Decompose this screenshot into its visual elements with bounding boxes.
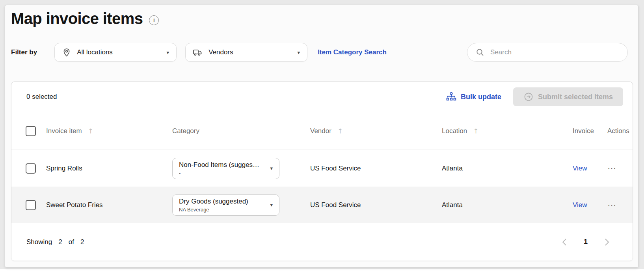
showing-label: Showing	[26, 238, 52, 246]
submit-selected-items-button[interactable]: Submit selected items	[513, 87, 623, 106]
column-header-category: Category	[172, 127, 310, 135]
current-page-number[interactable]: 1	[584, 238, 588, 246]
table-header-row: Invoice item ↑ Category Vendor ↑ Locatio…	[11, 112, 633, 150]
search-icon	[475, 48, 485, 57]
chevron-down-icon: ▾	[167, 50, 169, 56]
map-invoice-items-window: Map invoice items i Filter by All locati…	[5, 5, 638, 268]
category-value: Dry Goods (suggested)	[179, 198, 266, 206]
total-count: 2	[80, 238, 84, 246]
view-invoice-link[interactable]: View	[573, 165, 587, 172]
vendor-cell: US Food Service	[310, 201, 442, 209]
column-header-actions: Actions	[607, 127, 629, 135]
search-box	[467, 43, 628, 62]
page-header: Map invoice items i	[5, 5, 638, 27]
shown-count: 2	[58, 238, 62, 246]
select-all-checkbox[interactable]	[26, 126, 36, 136]
search-input[interactable]	[490, 48, 620, 57]
next-page-button[interactable]	[604, 238, 610, 246]
page-title: Map invoice items	[11, 10, 143, 27]
category-dropdown[interactable]: Dry Goods (suggested) NA Beverage ▾	[172, 194, 279, 216]
location-cell: Atlanta	[442, 201, 573, 209]
filter-by-label: Filter by	[11, 48, 37, 56]
sort-ascending-icon[interactable]: ↑	[88, 127, 93, 135]
category-subtext: NA Beverage	[179, 207, 266, 213]
column-header-invoice-item[interactable]: Invoice item ↑	[46, 127, 172, 135]
chevron-left-icon	[562, 238, 567, 246]
filter-bar: Filter by All locations ▾ Vendors ▾ Item…	[11, 43, 628, 62]
table-row: Sweet Potato Fries Dry Goods (suggested)…	[11, 187, 633, 223]
vendor-filter-value: Vendors	[208, 48, 233, 56]
bulk-update-button[interactable]: Bulk update	[446, 92, 501, 102]
column-header-invoice: Invoice	[573, 127, 607, 135]
truck-icon	[193, 48, 203, 57]
invoice-items-card: 0 selected Bulk update	[11, 81, 633, 261]
chevron-down-icon: ▾	[298, 50, 300, 56]
location-pin-icon	[62, 48, 71, 57]
selected-count: 0 selected	[26, 93, 57, 101]
bulk-update-label: Bulk update	[461, 93, 501, 101]
vendor-filter-dropdown[interactable]: Vendors ▾	[185, 43, 307, 62]
row-checkbox[interactable]	[26, 163, 36, 174]
submit-arrow-icon	[523, 92, 534, 102]
sort-ascending-icon[interactable]: ↑	[473, 127, 478, 135]
view-invoice-link[interactable]: View	[573, 201, 587, 209]
row-actions-menu-icon[interactable]: ⋯	[607, 163, 617, 173]
row-checkbox[interactable]	[26, 200, 36, 210]
category-subtext: -	[179, 170, 266, 176]
previous-page-button[interactable]	[562, 238, 567, 246]
category-value: Non-Food Items (sugges…	[179, 161, 266, 169]
bulk-update-hierarchy-icon	[446, 92, 456, 102]
category-dropdown[interactable]: Non-Food Items (sugges… - ▾	[172, 158, 279, 179]
chevron-right-icon	[604, 238, 610, 246]
chevron-down-icon: ▾	[270, 202, 273, 208]
column-header-location[interactable]: Location ↑	[442, 127, 573, 135]
location-filter-value: All locations	[77, 48, 113, 56]
table-row: Spring Rolls Non-Food Items (sugges… - ▾…	[11, 150, 633, 187]
invoice-item-name: Sweet Potato Fries	[46, 201, 172, 209]
toolbar-actions: Bulk update Submit selected items	[446, 87, 623, 106]
vendor-cell: US Food Service	[310, 165, 442, 172]
submit-selected-items-label: Submit selected items	[538, 93, 613, 101]
item-category-search-link[interactable]: Item Category Search	[318, 48, 387, 56]
column-header-vendor[interactable]: Vendor ↑	[310, 127, 442, 135]
table-toolbar: 0 selected Bulk update	[11, 82, 633, 112]
pagination: 1	[562, 238, 610, 246]
invoice-item-name: Spring Rolls	[46, 165, 172, 172]
showing-summary: Showing 2 of 2	[26, 238, 84, 246]
sort-ascending-icon[interactable]: ↑	[337, 127, 343, 135]
of-label: of	[69, 238, 74, 246]
location-cell: Atlanta	[442, 165, 573, 172]
info-icon[interactable]: i	[149, 15, 159, 25]
row-actions-menu-icon[interactable]: ⋯	[607, 200, 617, 210]
chevron-down-icon: ▾	[270, 165, 273, 171]
table-footer: Showing 2 of 2 1	[11, 223, 633, 261]
location-filter-dropdown[interactable]: All locations ▾	[54, 43, 177, 62]
